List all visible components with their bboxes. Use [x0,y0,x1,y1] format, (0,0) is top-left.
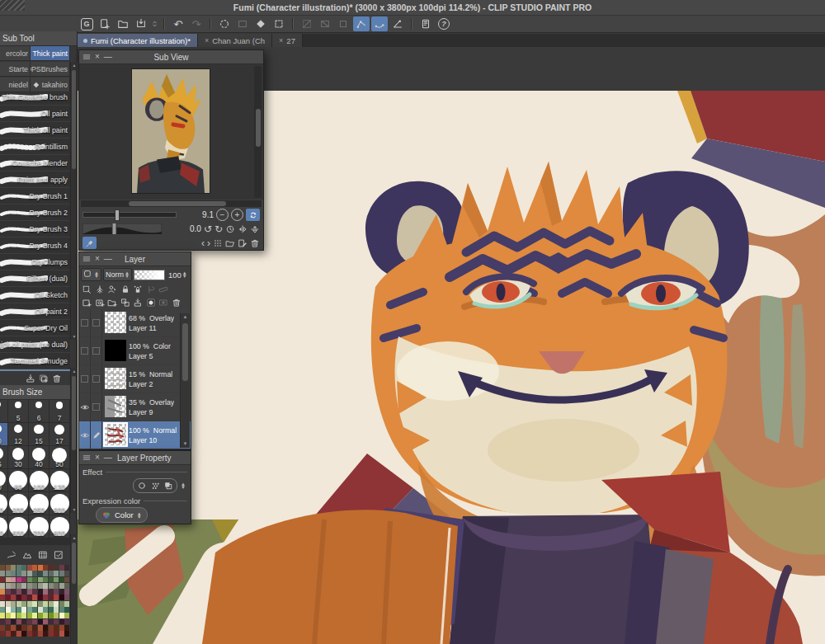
layer-list-scrollbar[interactable]: ▲▼ [180,313,190,448]
color-swatch[interactable] [0,571,5,576]
close-panel-icon[interactable]: × [95,255,100,263]
sub-tool-group-thick-paint[interactable]: Thick paint [31,46,70,61]
color-swatch[interactable] [21,595,26,600]
gradient-icon[interactable] [317,16,333,31]
layer-visibility-toggle[interactable] [79,309,91,336]
layer-visibility-toggle[interactable] [79,365,91,393]
color-swatch[interactable] [6,589,11,595]
color-swatch[interactable] [59,625,64,631]
color-swatch[interactable] [11,565,16,571]
sub-view-viewport[interactable] [79,64,263,200]
import-sub-tool-icon[interactable] [26,374,35,383]
brush-size-scrollbar[interactable]: ▲▼ [70,368,78,513]
clear-selection-icon[interactable] [252,16,269,31]
sub-tool-group-niedel[interactable]: niedel [0,78,31,92]
panel-menu-icon[interactable] [82,255,91,263]
color-swatch[interactable] [32,589,37,595]
layer-visibility-toggle[interactable] [79,393,91,421]
sub-view-rotate-slider[interactable] [82,223,162,234]
brush-size-80[interactable]: 80 [8,469,29,492]
color-swatch[interactable] [64,583,69,589]
color-swatch[interactable] [38,589,43,595]
color-swatch[interactable] [59,613,64,618]
color-swatch[interactable] [54,577,59,583]
previous-image-icon[interactable]: ‹ [201,238,205,248]
clip-to-layer-below-icon[interactable] [146,284,156,294]
color-swatch[interactable] [32,595,37,600]
color-swatch[interactable] [16,631,21,637]
layer-visibility-toggle[interactable] [79,337,91,364]
color-swatch[interactable] [0,589,5,595]
color-swatch[interactable] [43,619,48,625]
color-swatch[interactable] [32,631,37,637]
color-swatch[interactable] [43,577,48,583]
border-effect-icon[interactable] [137,481,147,491]
color-swatch[interactable] [16,589,21,595]
color-swatch[interactable] [49,631,54,637]
brush-item[interactable]: Oil paint [0,106,70,122]
rotate-right-icon[interactable]: ↻ [214,224,223,234]
color-swatch[interactable] [49,583,54,589]
color-swatch[interactable] [6,577,11,583]
color-swatch[interactable] [32,613,37,618]
brush-size-200[interactable]: 200 [8,492,29,515]
color-swatch[interactable] [21,565,26,571]
color-swatch[interactable] [21,601,26,607]
color-swatch[interactable] [43,589,48,595]
color-swatch[interactable] [0,583,5,589]
color-swatch[interactable] [59,595,64,600]
color-swatch[interactable] [11,619,16,625]
color-swatch[interactable] [49,589,54,595]
color-swatch[interactable] [54,631,59,637]
color-swatch[interactable] [27,613,32,618]
document-tab-1[interactable]: Fumi (Character illustration)* [77,34,198,47]
color-swatch[interactable] [38,619,43,625]
selection-from-layer-icon[interactable] [82,284,92,294]
color-swatch[interactable] [54,613,59,618]
color-swatch[interactable] [54,571,59,576]
blend-mode-select[interactable]: Norm▲▼ [103,268,132,281]
layer-mask-icon[interactable] [146,298,156,308]
layer-row-layer-10[interactable]: 100 % NormalLayer 10 [79,421,191,449]
flip-vertical-icon[interactable] [250,224,260,234]
brush-size-120[interactable]: 120 [50,469,70,492]
animation-icon[interactable] [38,550,48,560]
color-swatch[interactable] [64,589,69,595]
brush-size-500[interactable]: 500 [0,515,8,538]
color-swatch[interactable] [0,619,5,625]
color-swatch[interactable] [16,607,21,613]
color-swatch[interactable] [0,625,5,631]
panel-menu-icon[interactable] [82,454,91,462]
next-image-icon[interactable]: › [207,238,210,248]
color-swatch[interactable] [43,625,48,631]
rotate-left-icon[interactable]: ↺ [204,224,212,234]
lock-layer-icon[interactable] [120,284,130,294]
brush-item[interactable]: Filbert (dual) [0,270,70,287]
new-vector-layer-icon[interactable] [95,298,105,308]
brush-size-10[interactable]: 10 [0,423,8,446]
color-swatch[interactable] [38,595,43,600]
minimize-panel-icon[interactable]: — [104,454,112,462]
brush-item[interactable]: Thick oil paint [0,122,70,139]
color-swatch[interactable] [6,583,11,589]
color-swatch[interactable] [27,619,32,625]
color-swatch[interactable] [27,583,32,589]
color-swatch[interactable] [54,625,59,631]
color-swatch[interactable] [59,571,64,576]
color-swatch[interactable] [38,631,43,637]
apply-mask-icon[interactable] [158,298,168,308]
frame-icon[interactable] [335,16,351,31]
brush-item[interactable]: Gouache blender [0,155,70,172]
color-swatch[interactable] [21,571,26,576]
color-swatch[interactable] [32,619,37,625]
color-swatch[interactable] [32,577,37,583]
color-swatch[interactable] [16,619,21,625]
color-swatch[interactable] [32,583,37,589]
color-swatch[interactable] [0,577,5,583]
color-swatch[interactable] [54,565,59,571]
brush-size-600[interactable]: 600 [8,515,29,538]
reference-layer-icon[interactable] [95,284,105,294]
layer-visibility-toggle[interactable] [79,421,91,449]
color-swatch[interactable] [49,601,54,607]
color-swatch[interactable] [27,601,32,607]
